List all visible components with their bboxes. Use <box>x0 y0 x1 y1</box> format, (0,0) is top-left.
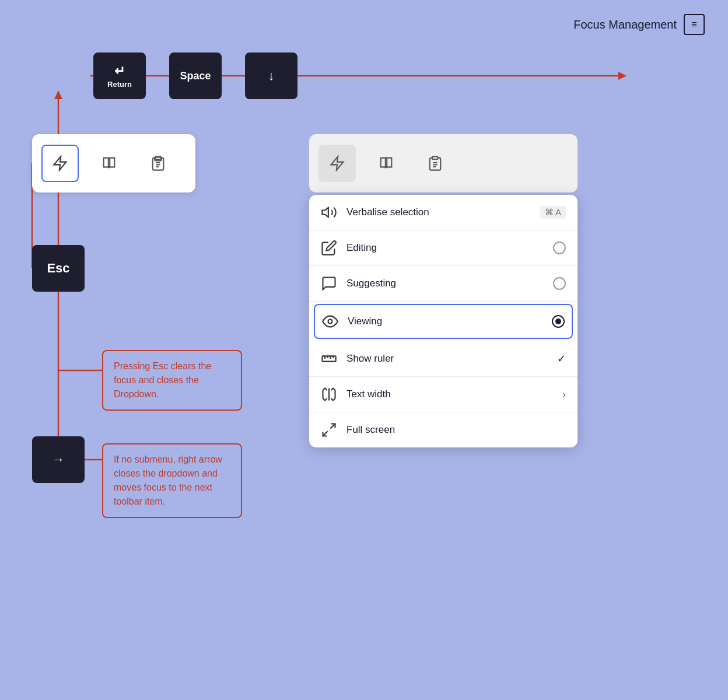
suggesting-radio[interactable] <box>553 277 566 290</box>
textwidth-chevron: › <box>562 388 566 401</box>
ruler-label: Show ruler <box>346 353 548 365</box>
dropdown-item-fullscreen[interactable]: Full screen <box>309 412 578 447</box>
svg-line-34 <box>330 424 335 429</box>
svg-marker-19 <box>331 156 344 170</box>
fullscreen-label: Full screen <box>346 424 566 436</box>
svg-line-35 <box>323 431 328 436</box>
dropdown-item-textwidth[interactable]: Text width › <box>309 377 578 412</box>
verbalise-shortcut: ⌘ A <box>540 206 566 219</box>
toolbar-right-btn-book[interactable] <box>368 145 405 182</box>
toolbar-left <box>32 134 195 192</box>
toolbar-right-btn-lightning[interactable] <box>318 145 356 182</box>
dropdown-item-editing[interactable]: Editing <box>309 230 578 266</box>
viewing-label: Viewing <box>348 316 542 327</box>
annotation-arrow-right: If no submenu, right arrow closes the dr… <box>102 443 242 518</box>
key-space: Space <box>169 52 222 99</box>
ruler-checkmark: ✓ <box>557 352 566 365</box>
svg-marker-3 <box>54 90 62 99</box>
toolbar-left-btn-lightning[interactable] <box>41 145 79 182</box>
svg-marker-13 <box>54 156 66 170</box>
svg-marker-1 <box>618 72 626 80</box>
toolbar-right-btn-clipboard[interactable] <box>416 145 454 182</box>
header-menu-icon[interactable]: ≡ <box>684 14 705 35</box>
svg-rect-20 <box>432 156 438 159</box>
key-return: ↵ Return <box>93 52 146 99</box>
toolbar-right <box>309 134 578 192</box>
svg-marker-24 <box>322 208 328 217</box>
dropdown-menu: Verbalise selection ⌘ A Editing Suggesti… <box>309 195 578 447</box>
dropdown-item-verbalise[interactable]: Verbalise selection ⌘ A <box>309 195 578 230</box>
editing-radio[interactable] <box>553 242 566 254</box>
dropdown-item-suggesting[interactable]: Suggesting <box>309 266 578 302</box>
svg-point-25 <box>328 320 332 324</box>
toolbar-left-btn-book[interactable] <box>90 145 128 182</box>
toolbar-left-btn-clipboard[interactable] <box>139 145 177 182</box>
header: Focus Management ≡ <box>573 14 705 35</box>
key-arrow-right: → <box>32 436 85 483</box>
dropdown-item-ruler[interactable]: Show ruler ✓ <box>309 341 578 377</box>
svg-rect-26 <box>322 356 335 361</box>
viewing-radio[interactable] <box>552 315 565 328</box>
suggesting-label: Suggesting <box>346 278 544 289</box>
verbalise-label: Verbalise selection <box>346 206 531 218</box>
annotation-esc: Pressing Esc clears the focus and closes… <box>102 350 242 411</box>
key-esc: Esc <box>32 245 85 292</box>
editing-label: Editing <box>346 242 544 254</box>
toolbar-right-container: Verbalise selection ⌘ A Editing Suggesti… <box>309 134 578 447</box>
textwidth-label: Text width <box>346 388 553 400</box>
key-down: ↓ <box>245 52 298 99</box>
dropdown-item-viewing[interactable]: Viewing <box>314 304 573 339</box>
header-title: Focus Management <box>573 18 677 32</box>
